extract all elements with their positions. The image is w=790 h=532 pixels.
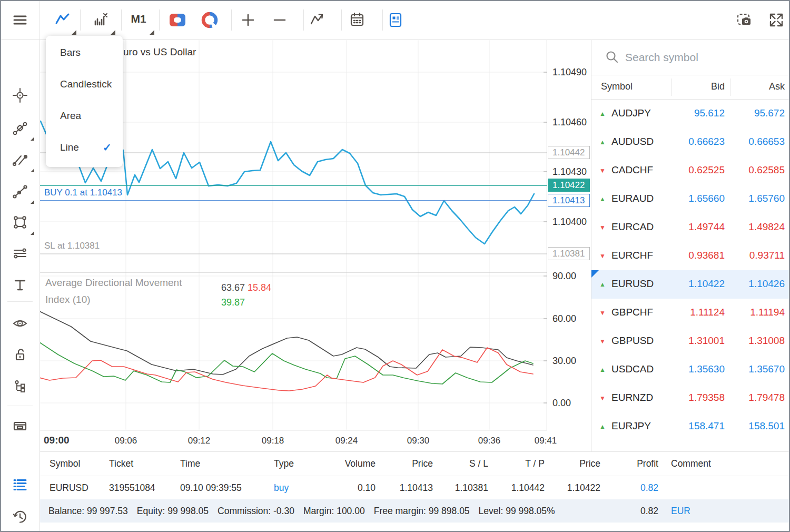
polyline-tool-icon[interactable] [12, 183, 28, 199]
screenshot-camera-icon[interactable] [736, 12, 753, 28]
down-arrow-icon: ▼ [599, 167, 606, 174]
trendlines-tool-icon[interactable] [12, 152, 28, 168]
market-row-euraud[interactable]: ▲EURAUD1.656601.65760 [591, 185, 790, 213]
submenu-arrow-icon [31, 231, 34, 235]
economic-calendar-icon[interactable] [349, 12, 366, 28]
symbol-search-bar [591, 40, 790, 75]
ask-value: 1.31008 [748, 335, 785, 347]
symbol-name: EURCAD [611, 221, 654, 233]
history-icon[interactable] [12, 509, 28, 525]
trade-table-row[interactable]: EURUSD31955108409.10 09:39:55buy0.101.10… [39, 476, 790, 500]
trade-col-profit[interactable]: Profit [637, 458, 658, 469]
tp-price-tag[interactable]: 1.10442 [548, 146, 590, 159]
objects-drawing-icon[interactable] [309, 12, 326, 28]
time-tick: 09:24 [335, 436, 358, 446]
shapes-tool-icon[interactable] [12, 214, 28, 230]
position-price-tag[interactable]: 1.10413 [548, 194, 590, 207]
indicators-button[interactable] [92, 12, 109, 28]
hamburger-menu-icon[interactable] [12, 12, 28, 28]
menu-item-candlestick[interactable]: Candlestick [46, 68, 123, 100]
market-row-eurcad[interactable]: ▼EURCAD1.497441.49824 [591, 213, 790, 242]
trade-col-price[interactable]: Price [412, 458, 433, 469]
zoom-out-button[interactable] [271, 12, 288, 28]
time-axis[interactable]: 09:0009:0609:1209:1809:2409:3009:3609:41 [39, 430, 547, 451]
indicator-tick: 90.00 [552, 270, 576, 282]
fibonacci-tool-icon[interactable] [12, 120, 28, 136]
market-row-usdcad[interactable]: ▲USDCAD1.356301.35670 [591, 356, 790, 384]
account-currency: EUR [671, 499, 690, 523]
ask-value: 1.10426 [748, 278, 785, 290]
buy-position-label[interactable]: BUY 0.1 at 1.10413 [44, 188, 122, 198]
trade-col-comment[interactable]: Comment [671, 458, 711, 469]
trade-cell-time: 09.10 09:39:55 [180, 482, 242, 494]
search-icon [605, 50, 619, 64]
market-watch-header: Symbol Bid Ask [591, 75, 790, 100]
column-symbol[interactable]: Symbol [601, 81, 633, 92]
dropdown-arrow-icon [150, 30, 154, 35]
market-row-gbpusd[interactable]: ▼GBPUSD1.310011.31008 [591, 327, 790, 356]
price-axis[interactable]: 1.10490 1.10460 1.10430 1.10400 1.10442 … [547, 40, 591, 430]
stop-loss-label[interactable]: SL at 1.10381 [44, 241, 100, 251]
fullscreen-icon[interactable] [768, 12, 785, 28]
one-click-trading-icon[interactable] [170, 14, 186, 31]
down-arrow-icon: ▼ [599, 338, 606, 345]
trade-cell-tp: 1.10442 [511, 482, 545, 494]
menu-item-bars[interactable]: Bars [46, 37, 123, 68]
menu-item-line[interactable]: Line✓ [46, 132, 123, 163]
trade-cell-symbol: EURUSD [50, 482, 88, 494]
trade-list-icon[interactable] [12, 477, 28, 492]
bid-value: 1.49744 [688, 221, 725, 233]
market-row-audusd[interactable]: ▲AUDUSD0.666230.66653 [591, 128, 790, 156]
timeframe-button[interactable]: M1 [125, 13, 152, 25]
trade-col-sl[interactable]: S / L [469, 458, 488, 469]
ask-value: 1.11194 [750, 307, 785, 318]
bid-value: 0.93681 [688, 250, 725, 261]
trade-cell-sl: 1.10381 [455, 482, 488, 494]
indicator-tick: 0.00 [552, 397, 571, 409]
horizontal-lines-tool-icon[interactable] [12, 245, 28, 261]
ask-value: 1.35670 [748, 363, 785, 375]
market-row-audjpy[interactable]: ▲AUDJPY95.61295.672 [591, 100, 790, 128]
chart-type-button[interactable] [54, 12, 71, 28]
trade-col-symbol[interactable]: Symbol [50, 458, 80, 469]
trade-col-time[interactable]: Time [180, 458, 200, 469]
symbol-name: AUDJPY [611, 107, 651, 119]
trade-cell-ticket: 319551084 [109, 482, 155, 494]
menu-item-area[interactable]: Area [46, 100, 123, 132]
objects-tree-icon[interactable] [12, 378, 28, 394]
trade-col-tp[interactable]: T / P [525, 458, 545, 469]
depth-of-market-icon[interactable] [201, 12, 218, 28]
selected-corner [591, 270, 599, 278]
text-tool-icon[interactable] [12, 277, 28, 293]
market-row-eurusd[interactable]: ▲EURUSD1.104221.10426 [591, 270, 790, 299]
summary-item: Balance: 99 997.53 [48, 506, 128, 516]
news-panel-icon[interactable] [387, 12, 404, 28]
market-row-eurnzd[interactable]: ▼EURNZD1.793581.79478 [591, 384, 790, 412]
visibility-eye-icon[interactable] [12, 316, 28, 331]
remove-objects-icon[interactable] [12, 418, 28, 434]
summary-item: Free margin: 99 898.05 [374, 506, 470, 516]
trade-cell-profit: 0.82 [640, 482, 658, 494]
up-arrow-icon: ▲ [599, 139, 606, 146]
column-ask[interactable]: Ask [769, 81, 785, 92]
indicator-values: 63.67 15.84 [221, 282, 271, 293]
menu-item-label: Bars [60, 47, 81, 58]
market-row-gbpchf[interactable]: ▼GBPCHF1.111241.11194 [591, 299, 790, 327]
ask-value: 0.66653 [748, 136, 785, 147]
trade-col-price-current[interactable]: Price [579, 458, 600, 469]
sl-price-tag[interactable]: 1.10381 [548, 247, 590, 260]
bid-value: 1.11124 [690, 307, 725, 318]
trade-col-ticket[interactable]: Ticket [109, 458, 133, 469]
trade-col-type[interactable]: Type [274, 458, 294, 469]
trade-col-volume[interactable]: Volume [345, 458, 376, 469]
column-bid[interactable]: Bid [711, 81, 725, 92]
sidebar-divider [7, 406, 33, 406]
market-row-cadchf[interactable]: ▼CADCHF0.625250.62585 [591, 156, 790, 185]
market-row-eurjpy[interactable]: ▲EURJPY158.471158.501 [591, 412, 790, 441]
crosshair-tool-icon[interactable] [12, 87, 28, 103]
symbol-name: GBPCHF [611, 307, 653, 318]
unlock-icon[interactable] [12, 347, 28, 363]
zoom-in-button[interactable] [240, 12, 256, 28]
search-input[interactable] [624, 47, 779, 68]
market-row-eurchf[interactable]: ▼EURCHF0.936810.93711 [591, 242, 790, 270]
